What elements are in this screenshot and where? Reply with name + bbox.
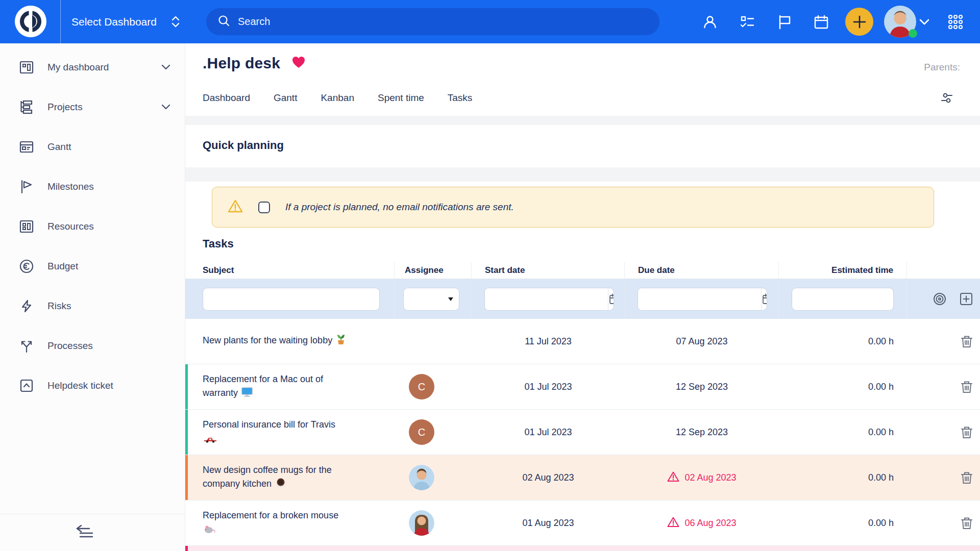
assignee-avatar[interactable] <box>409 465 434 490</box>
delete-task-icon[interactable] <box>960 470 973 485</box>
task-subject[interactable]: Replacement for a broken mouse <box>203 510 338 520</box>
avatar-chevron-down-icon[interactable] <box>919 0 930 43</box>
column-header-subject[interactable]: Subject <box>185 262 395 279</box>
column-header-actions <box>907 262 980 279</box>
column-header-estimated-time[interactable]: Estimated time <box>779 262 907 279</box>
select-dashboard-button[interactable]: Select Dashboard <box>71 0 180 43</box>
assignee-avatar[interactable]: C <box>409 419 434 445</box>
table-row-partial <box>185 546 980 551</box>
flag-icon[interactable] <box>772 0 797 43</box>
sidebar-item-processes[interactable]: Processes <box>0 326 185 366</box>
sidebar-item-label: Projects <box>47 102 161 113</box>
tab-gantt[interactable]: Gantt <box>274 92 297 104</box>
sidebar-item-my-dashboard[interactable]: My dashboard <box>0 47 185 87</box>
task-subject[interactable]: New plants for the waiting lobby <box>203 335 332 345</box>
estimated-time-filter-input[interactable] <box>792 288 894 311</box>
sidebar-item-projects[interactable]: Projects <box>0 87 185 127</box>
overdue-warning-icon <box>667 471 679 485</box>
due-date-filter-input[interactable] <box>638 288 761 310</box>
sidebar-item-gantt[interactable]: Gantt <box>0 127 185 167</box>
warning-banner: If a project is planned, no email notifi… <box>212 187 934 228</box>
chevron-down-icon[interactable] <box>161 63 170 72</box>
column-header-start-date[interactable]: Start date <box>472 262 625 279</box>
start-date: 11 Jul 2023 <box>472 336 625 347</box>
quick-add-button[interactable] <box>845 8 873 36</box>
start-date: 01 Jul 2023 <box>472 382 625 392</box>
sidebar-item-budget[interactable]: Budget <box>0 246 185 286</box>
sidebar-footer <box>0 514 185 551</box>
estimated-time: 0.00 h <box>779 518 907 529</box>
table-row[interactable]: Replacement for a Mac out of warranty C … <box>185 364 980 410</box>
sidebar-item-helpdesk-ticket[interactable]: Helpdesk ticket <box>0 366 185 406</box>
due-date: 07 Aug 2023 <box>625 336 779 347</box>
checklist-icon[interactable] <box>735 0 760 43</box>
project-header: .Help desk Parents: Dashboard Gantt Kanb… <box>185 43 980 116</box>
start-date-calendar-icon[interactable] <box>608 288 614 310</box>
add-row-icon[interactable] <box>959 292 973 306</box>
favorite-heart-icon[interactable] <box>291 56 306 71</box>
sidebar-item-label: Risks <box>47 300 170 312</box>
estimated-time: 0.00 h <box>779 427 907 438</box>
due-date-overdue: 02 Aug 2023 <box>625 471 779 485</box>
row-status-accent <box>185 410 188 455</box>
risk-bolt-icon <box>19 298 34 314</box>
search-input[interactable] <box>238 16 595 28</box>
warning-text: If a project is planned, no email notifi… <box>285 202 514 213</box>
assignee-filter-select[interactable] <box>403 288 459 311</box>
table-header-row: Subject Assignee Start date Due date Est… <box>185 262 980 279</box>
sidebar-item-label: Resources <box>47 221 170 232</box>
tab-dashboard[interactable]: Dashboard <box>203 92 250 104</box>
tasks-title: Tasks <box>203 237 234 251</box>
sidebar-nav: My dashboard Projects Gantt Milest <box>0 43 185 406</box>
chevron-down-icon[interactable] <box>161 103 170 112</box>
user-icon[interactable] <box>698 0 722 43</box>
search-icon <box>217 14 231 30</box>
table-row[interactable]: Personal insurance bill for Travis C 01 … <box>185 410 980 455</box>
start-date-filter-input[interactable] <box>485 288 608 310</box>
sidebar-item-resources[interactable]: Resources <box>0 207 185 246</box>
sidebar-item-risks[interactable]: Risks <box>0 286 185 326</box>
table-row[interactable]: New design coffee mugs for the company k… <box>185 455 980 500</box>
column-header-assignee[interactable]: Assignee <box>395 262 472 279</box>
topbar-divider <box>60 0 61 43</box>
subject-filter-input[interactable] <box>203 288 380 311</box>
column-header-due-date[interactable]: Due date <box>625 262 779 279</box>
table-filter-row <box>185 279 980 319</box>
table-row[interactable]: New plants for the waiting lobby 11 Jul … <box>185 319 980 364</box>
racing-car-emoji-icon <box>204 433 217 447</box>
page-title: .Help desk <box>203 55 280 72</box>
main-content: .Help desk Parents: Dashboard Gantt Kanb… <box>185 43 980 551</box>
app-logo[interactable] <box>14 5 47 38</box>
row-status-accent <box>185 546 188 551</box>
tab-tasks[interactable]: Tasks <box>448 92 473 104</box>
assignee-avatar[interactable]: C <box>409 374 434 399</box>
delete-task-icon[interactable] <box>960 334 973 348</box>
dashboard-icon <box>19 60 34 75</box>
delete-task-icon[interactable] <box>960 425 973 439</box>
delete-task-icon[interactable] <box>960 516 973 530</box>
delete-task-icon[interactable] <box>960 380 973 394</box>
parents-label: Parents: <box>924 62 960 73</box>
task-subject[interactable]: Personal insurance bill for Travis <box>203 419 335 430</box>
tab-kanban[interactable]: Kanban <box>321 92 354 104</box>
table-row[interactable]: Replacement for a broken mouse 01 Aug 20… <box>185 500 980 546</box>
milestone-flag-icon <box>19 179 34 194</box>
apps-grid-icon[interactable] <box>943 0 968 43</box>
due-date-calendar-icon[interactable] <box>761 288 767 310</box>
task-subject[interactable]: Replacement for a Mac out of warranty <box>203 374 323 398</box>
estimated-time: 0.00 h <box>779 382 907 392</box>
sliders-settings-icon[interactable] <box>939 90 954 108</box>
calendar-icon[interactable] <box>809 0 834 43</box>
task-subject[interactable]: New design coffee mugs for the company k… <box>203 465 332 489</box>
sidebar-item-milestones[interactable]: Milestones <box>0 167 185 207</box>
collapse-sidebar-icon[interactable] <box>76 525 96 540</box>
target-filter-icon[interactable] <box>933 292 947 306</box>
estimated-time: 0.00 h <box>779 336 907 347</box>
start-date: 01 Aug 2023 <box>472 518 625 529</box>
global-search[interactable] <box>206 8 659 35</box>
assignee-avatar[interactable] <box>409 510 434 536</box>
start-date: 02 Aug 2023 <box>472 472 625 483</box>
tab-spent-time[interactable]: Spent time <box>378 92 424 104</box>
user-avatar[interactable] <box>884 6 916 38</box>
warning-checkbox[interactable] <box>258 202 270 213</box>
